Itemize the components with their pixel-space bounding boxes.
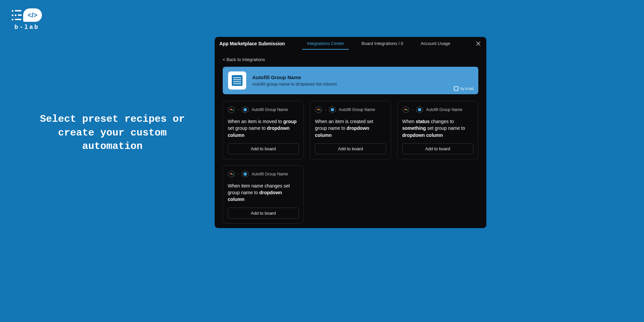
modal-title: App Marketplace Submission	[219, 41, 285, 46]
chevron-right-icon: ›	[412, 108, 413, 112]
monday-icon	[315, 106, 322, 113]
recipe-grid: › Autofill Group Name When an item is mo…	[223, 101, 478, 224]
autofill-icon	[329, 106, 336, 113]
modal-tabs: Integrations Center Board Integrations /…	[298, 38, 459, 49]
monday-icon	[228, 106, 235, 113]
tab-board-integrations[interactable]: Board Integrations / 0	[353, 38, 412, 49]
svg-rect-5	[244, 108, 247, 111]
svg-rect-11	[331, 108, 334, 111]
svg-rect-23	[244, 172, 247, 175]
close-icon[interactable]	[475, 40, 482, 47]
logo-badge: </>	[23, 8, 42, 22]
svg-point-9	[320, 110, 321, 111]
recipe-description: When item name changes set group name to…	[228, 182, 299, 203]
tab-account-usage[interactable]: Account Usage	[412, 38, 459, 49]
autofill-icon	[416, 106, 423, 113]
autofill-icon	[241, 170, 249, 178]
recipe-card-head: › Autofill Group Name	[228, 106, 299, 113]
integrations-modal: App Marketplace Submission Integrations …	[215, 37, 486, 228]
logo-mark: </>	[12, 8, 42, 22]
chevron-right-icon: ›	[325, 108, 326, 112]
banner-subtitle: Autofill group name to dropdown list col…	[252, 82, 337, 87]
svg-rect-8	[318, 109, 320, 110]
monday-icon	[402, 106, 410, 113]
recipe-card: › Autofill Group Name When an item is mo…	[223, 101, 304, 159]
banner-credit: by b-lab	[454, 86, 474, 91]
recipe-description: When status changes to something set gro…	[402, 118, 473, 139]
monday-icon	[228, 170, 235, 178]
svg-rect-7	[317, 109, 318, 110]
banner-credit-text: by b-lab	[461, 87, 474, 91]
autofill-icon	[241, 106, 249, 113]
add-to-board-button[interactable]: Add to board	[228, 208, 299, 219]
svg-rect-14	[406, 109, 407, 110]
add-to-board-button[interactable]: Add to board	[402, 143, 473, 154]
svg-rect-20	[231, 173, 232, 174]
svg-point-3	[232, 110, 233, 111]
svg-rect-2	[231, 109, 232, 110]
add-to-board-button[interactable]: Add to board	[315, 143, 386, 154]
svg-point-21	[232, 174, 233, 175]
recipe-card: › Autofill Group Name When an item is cr…	[310, 101, 391, 159]
chevron-right-icon: ›	[238, 108, 239, 112]
integration-banner: Autofill Group Name Autofill group name …	[223, 67, 478, 94]
credit-icon	[454, 86, 459, 91]
recipe-card-head: › Autofill Group Name	[315, 106, 386, 113]
recipe-label: Autofill Group Name	[339, 107, 375, 112]
back-to-integrations-link[interactable]: < Back to Integrations	[223, 57, 265, 62]
svg-rect-1	[230, 109, 231, 110]
recipe-card-head: › Autofill Group Name	[402, 106, 473, 113]
hero-text: Select preset recipes or create your cus…	[37, 112, 188, 153]
svg-rect-19	[230, 173, 231, 174]
svg-rect-17	[418, 108, 421, 111]
recipe-label: Autofill Group Name	[426, 107, 462, 112]
chevron-right-icon: ›	[238, 172, 239, 176]
logo-text: b-lab	[14, 24, 39, 31]
svg-point-15	[407, 110, 408, 111]
recipe-label: Autofill Group Name	[252, 107, 288, 112]
recipe-card: › Autofill Group Name When item name cha…	[223, 165, 304, 224]
brand-logo: </> b-lab	[12, 8, 42, 31]
recipe-label: Autofill Group Name	[252, 172, 288, 176]
tab-integrations-center[interactable]: Integrations Center	[298, 38, 353, 49]
recipe-card: › Autofill Group Name When status change…	[397, 101, 478, 159]
modal-body: < Back to Integrations Autofill Group Na…	[215, 50, 486, 228]
add-to-board-button[interactable]: Add to board	[228, 143, 299, 154]
recipe-card-head: › Autofill Group Name	[228, 170, 299, 178]
modal-header: App Marketplace Submission Integrations …	[215, 37, 486, 50]
recipe-description: When an item is created set group name t…	[315, 118, 386, 139]
banner-title: Autofill Group Name	[252, 74, 337, 80]
integration-icon	[228, 71, 246, 90]
svg-rect-13	[404, 109, 406, 110]
recipe-description: When an item is moved to group set group…	[228, 118, 299, 139]
